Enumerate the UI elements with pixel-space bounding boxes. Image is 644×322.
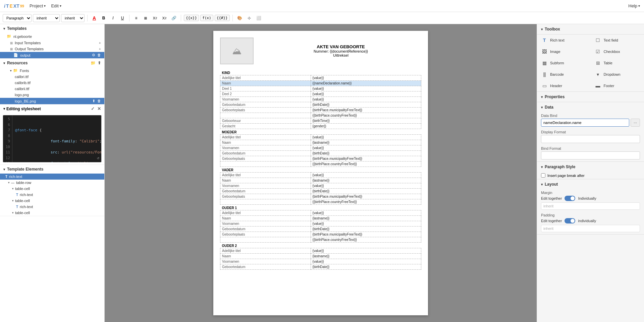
paragraph-style-header[interactable]: ▾ Paragraph Style: [537, 162, 644, 172]
kind-geslacht: Geslacht {gender}}: [220, 124, 421, 129]
output-templates-label: Output Templates: [15, 47, 44, 51]
underline-button[interactable]: U: [118, 14, 126, 22]
stylesheet-editor[interactable]: 5678910111213141516 @font-face { font-fa…: [3, 115, 102, 163]
menu-edit[interactable]: Edit ▾: [51, 3, 61, 8]
properties-header[interactable]: ▾ Properties: [537, 92, 644, 102]
margin-toggle[interactable]: [565, 196, 575, 201]
dropdown-icon: ▾: [595, 72, 601, 77]
toolbox-header[interactable]: ▾ Toolbox: [537, 24, 644, 35]
fonts-header-item[interactable]: ▾ 📁 Fonts: [0, 67, 104, 74]
template-var-button[interactable]: {{x}}: [184, 15, 199, 21]
padding-label: Padding: [541, 213, 640, 217]
layout-header[interactable]: ▾ Layout: [537, 179, 644, 189]
tool-image[interactable]: 🖼 Image: [537, 46, 591, 57]
editing-stylesheet-header[interactable]: ▾ Editing stylesheet ✓ ✕: [0, 105, 104, 113]
tree-table-cell-1[interactable]: ▾ table-cell: [0, 186, 104, 192]
tool-subform[interactable]: ▦ Subform: [537, 57, 591, 69]
delete-file-icon[interactable]: 🗑: [97, 99, 101, 103]
code-editor[interactable]: @font-face { font-family: "Calibri"; src…: [12, 115, 101, 162]
templates-label: Templates: [7, 26, 26, 31]
tree-table-row[interactable]: ▾ — table-row: [0, 180, 104, 186]
italic-button[interactable]: I: [109, 14, 117, 22]
output-item-actions: ⚙ 🗑: [92, 53, 101, 57]
tool-header[interactable]: ▭ Header: [537, 80, 591, 91]
nl-geboorte-item[interactable]: 📁 nl.geboorte: [0, 33, 104, 40]
layout-chevron-icon: ▾: [541, 183, 543, 186]
ordered-list-button[interactable]: ≣: [142, 14, 150, 22]
padding-toggle[interactable]: [565, 218, 575, 223]
tree-table-cell-3[interactable]: ▾ table-cell: [0, 210, 104, 216]
tool-checkbox[interactable]: ☑ Checkbox: [591, 46, 644, 57]
logo-png[interactable]: logo.png: [0, 92, 104, 98]
page-header: ⛰ AKTE VAN GEBOORTE Nummer: {{documentRe…: [220, 38, 421, 64]
tool-dropdown[interactable]: ▾ Dropdown: [591, 69, 644, 80]
project-arrow-icon: ▾: [44, 4, 46, 8]
margin-value[interactable]: inherit: [541, 202, 640, 210]
menu-project[interactable]: Project ▾: [30, 3, 46, 8]
hash-template-button[interactable]: {{#}}: [215, 15, 230, 21]
kind-naam[interactable]: Naam {{nameDeclaration.name}}: [220, 81, 421, 86]
superscript-button[interactable]: X2: [160, 14, 168, 22]
template-elements-header[interactable]: ▾ Template Elements: [0, 165, 104, 174]
tool-footer[interactable]: ▬ Footer: [591, 80, 644, 91]
subscript-button[interactable]: X2: [151, 14, 159, 22]
tool-barcode[interactable]: ||| Barcode: [537, 69, 591, 80]
editing-stylesheet-section: ▾ Editing stylesheet ✓ ✕ 567891011121314…: [0, 105, 104, 165]
kind-geboortedatum: Geboortedatum {birthDate}}: [220, 102, 421, 108]
vader-naam: Naam {lastname}}: [220, 178, 421, 183]
unordered-list-button[interactable]: ≡: [132, 14, 140, 22]
padding-field: Padding Edit together individually inher…: [537, 212, 644, 234]
display-mode-button[interactable]: ⬜: [255, 14, 263, 22]
tree-rich-text-3[interactable]: T rich-text: [0, 204, 104, 210]
upload-icon[interactable]: ⬆: [98, 61, 101, 65]
page-break-checkbox[interactable]: [541, 173, 545, 178]
formula-button[interactable]: f(x): [200, 15, 213, 21]
close-icon[interactable]: ✕: [97, 106, 101, 111]
ouder1-section-header: OUDER 1: [220, 205, 421, 210]
menu-help[interactable]: Help ▾: [628, 3, 640, 8]
line-numbers: 5678910111213141516: [3, 115, 12, 162]
font-calibrib[interactable]: calibrib.ttf: [0, 80, 104, 86]
tree-rich-text-2[interactable]: T rich-text: [0, 192, 104, 198]
delete-icon[interactable]: 🗑: [97, 53, 101, 57]
add-output-template-button[interactable]: +: [99, 47, 101, 51]
bind-format-input[interactable]: [541, 151, 640, 159]
refresh-icon[interactable]: ↺: [97, 155, 99, 160]
data-table: KIND Adellijke titel {value}} Naam {{nam…: [220, 70, 421, 270]
tree-table-cell-2[interactable]: ▾ table-cell: [0, 198, 104, 204]
templates-header[interactable]: ▾ Templates: [0, 24, 104, 33]
upload-file-icon[interactable]: ⬆: [92, 99, 95, 103]
check-icon[interactable]: ✓: [91, 106, 95, 111]
add-folder-icon[interactable]: 📁: [91, 61, 96, 65]
settings-icon[interactable]: ⚙: [92, 53, 95, 57]
tool-rich-text[interactable]: T Rich text: [537, 35, 591, 46]
color-picker-button[interactable]: 🎨: [235, 14, 244, 22]
output-item[interactable]: 📄 output ⚙ 🗑: [0, 52, 104, 58]
vader-geboortedatum: Geboortedatum {birthDate}}: [220, 189, 421, 194]
font-size-select[interactable]: inherit: [61, 14, 85, 22]
bold-button[interactable]: B: [100, 14, 108, 22]
tool-table[interactable]: ⊞ Table: [591, 57, 644, 69]
moeder-geboortedatum: Geboortedatum {birthDate}}: [220, 151, 421, 156]
paragraph-style-select[interactable]: Paragraph: [3, 14, 32, 22]
font-calibri[interactable]: calibri.ttf: [0, 74, 104, 80]
add-input-template-button[interactable]: +: [99, 41, 101, 45]
font-family-select[interactable]: inherit: [33, 14, 60, 22]
tree-rich-text-1[interactable]: T rich-text: [0, 174, 104, 180]
resources-header[interactable]: ▾ Resources 📁 ⬆: [0, 59, 104, 67]
moeder-voornamen: Voornamen {value}}: [220, 145, 421, 151]
padding-value[interactable]: inherit: [541, 225, 640, 232]
link-button[interactable]: 🔗: [170, 14, 178, 22]
data-header[interactable]: ▾ Data: [537, 102, 644, 112]
text-color-button[interactable]: A: [90, 14, 98, 22]
input-templates-item[interactable]: ⊞ Input Templates +: [0, 40, 104, 46]
align-button[interactable]: ⊹: [245, 14, 253, 22]
output-templates-item[interactable]: ⊞ Output Templates +: [0, 46, 104, 52]
folder-icon: 📁: [7, 34, 11, 39]
display-format-input[interactable]: [541, 135, 640, 143]
data-bind-edit-button[interactable]: ···: [631, 119, 640, 127]
logo-be-png[interactable]: logo_BE.png ⬆ 🗑: [0, 98, 104, 104]
font-calibrii[interactable]: calibrii.ttf: [0, 86, 104, 92]
data-bind-input[interactable]: nameDeclaration.name: [541, 119, 629, 127]
tool-text-field[interactable]: ☐ Text field: [591, 35, 644, 46]
